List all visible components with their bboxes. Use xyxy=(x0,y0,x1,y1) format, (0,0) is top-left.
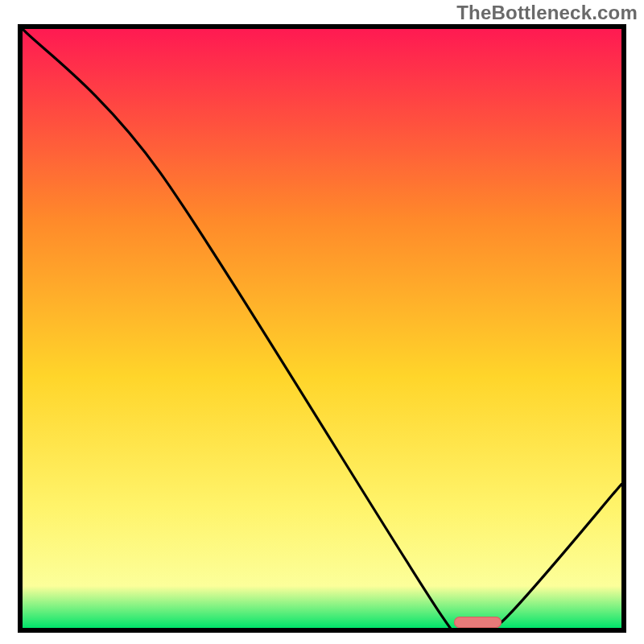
watermark-text: TheBottleneck.com xyxy=(456,2,638,24)
minimum-marker xyxy=(454,617,502,628)
plot-svg xyxy=(23,29,621,628)
chart-container: TheBottleneck.com xyxy=(0,0,644,644)
gradient-background xyxy=(23,29,621,628)
plot-frame xyxy=(18,24,626,633)
